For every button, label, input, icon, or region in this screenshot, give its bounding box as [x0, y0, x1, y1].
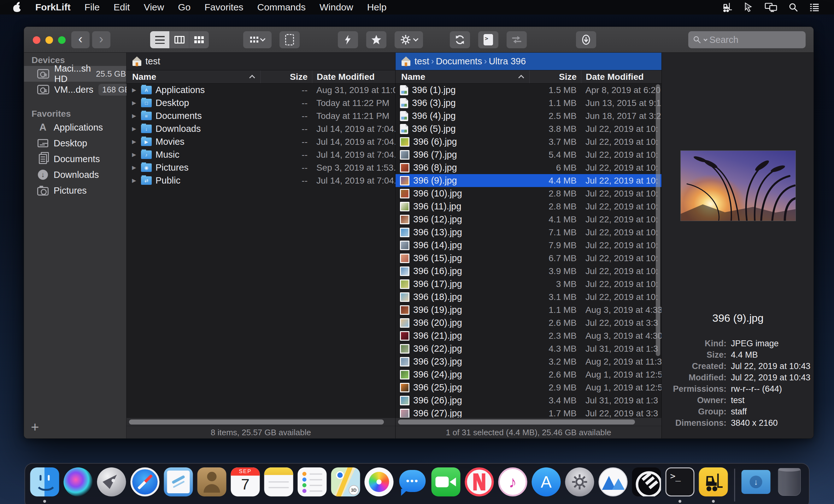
path-segment[interactable]: test	[146, 56, 160, 67]
menu-list-icon[interactable]	[809, 2, 820, 13]
column-header-size[interactable]: Size	[260, 70, 312, 83]
dock-downloads-folder[interactable]: ↓	[742, 467, 771, 504]
file-row[interactable]: 396 (9).jpg4.4 MBJul 22, 2019 at 10:	[396, 174, 661, 187]
dock-reminders[interactable]	[298, 467, 327, 504]
transfer-button[interactable]	[507, 31, 527, 48]
sync-button[interactable]	[450, 31, 470, 48]
file-row[interactable]: ▶□Desktop--Today at 11:22 PM	[127, 96, 395, 109]
menu-item-window[interactable]: Window	[320, 2, 353, 13]
sidebar-item-vm-ders[interactable]: VM...ders168 GB	[24, 82, 126, 97]
file-row[interactable]: ▶AApplications--Aug 31, 2019 at 11:0...	[127, 84, 395, 96]
disclosure-triangle-icon[interactable]: ▶	[131, 151, 137, 158]
disclosure-triangle-icon[interactable]: ▶	[131, 138, 137, 145]
dock-finder[interactable]	[30, 467, 59, 504]
terminal-button[interactable]: >	[478, 31, 498, 48]
back-button[interactable]: ‹	[71, 31, 90, 48]
file-row[interactable]: 396 (18).jpg3.1 MBJul 22, 2019 at 10:	[396, 290, 661, 303]
column-header-name[interactable]: Name	[127, 70, 260, 83]
file-row[interactable]: 396 (22).jpg4.3 MBJul 31, 2019 at 1:3	[396, 342, 661, 355]
dock-mountain-app[interactable]	[599, 467, 628, 504]
column-header-date[interactable]: Date Modified	[581, 70, 661, 83]
sidebar-item-downloads[interactable]: ↓Downloads	[24, 167, 126, 183]
file-row[interactable]: 396 (11).jpg2.8 MBJul 22, 2019 at 10:	[396, 200, 661, 213]
cursor-menu-icon[interactable]	[743, 2, 754, 13]
file-row[interactable]: 396 (21).jpg2.3 MBAug 3, 2019 at 4:30	[396, 329, 661, 342]
displays-menu-icon[interactable]	[764, 2, 778, 13]
dock-trash[interactable]	[775, 467, 804, 504]
download-button[interactable]	[576, 31, 596, 48]
dock-bolt-app[interactable]	[632, 467, 661, 504]
apple-menu-icon[interactable]	[13, 2, 21, 12]
path-segment-ultra-396[interactable]: Ultra 396	[489, 56, 526, 67]
zoom-button[interactable]	[58, 36, 66, 44]
file-row[interactable]: 396 (13).jpg7.1 MBJul 22, 2019 at 10:	[396, 226, 661, 239]
file-row[interactable]: 396 (15).jpg6.7 MBJul 22, 2019 at 10:	[396, 252, 661, 265]
left-path-bar[interactable]: test	[127, 53, 395, 70]
disclosure-triangle-icon[interactable]: ▶	[131, 177, 137, 184]
close-button[interactable]	[33, 36, 40, 44]
sidebar-item-applications[interactable]: AApplications	[24, 119, 126, 135]
menu-item-commands[interactable]: Commands	[257, 2, 306, 13]
scrollbar-thumb[interactable]	[398, 419, 635, 424]
file-row[interactable]: 396 (10).jpg2.8 MBJul 22, 2019 at 10:	[396, 187, 661, 200]
file-row[interactable]: ▶◉Pictures--Sep 3, 2019 at 1:53...	[127, 161, 395, 174]
column-view-button[interactable]	[170, 31, 189, 48]
column-header-name[interactable]: Name	[396, 70, 529, 83]
file-row[interactable]: 396 (12).jpg4.1 MBJul 22, 2019 at 10:	[396, 213, 661, 226]
search-input[interactable]	[709, 35, 801, 45]
dock-news[interactable]	[465, 467, 494, 504]
dock-contacts[interactable]	[197, 467, 226, 504]
column-header-date[interactable]: Date Modified	[312, 70, 395, 83]
dock-itunes[interactable]: ♪	[498, 467, 527, 504]
file-row[interactable]: 396 (1).jpg1.5 MBApr 8, 2019 at 6:20	[396, 84, 661, 96]
dock-safari[interactable]	[131, 467, 160, 504]
disclosure-triangle-icon[interactable]: ▶	[131, 100, 137, 106]
menu-item-favorites[interactable]: Favorites	[204, 2, 243, 13]
icon-view-button[interactable]	[189, 31, 209, 48]
file-row[interactable]: 396 (3).jpg1.1 MBJun 13, 2015 at 9:1	[396, 96, 661, 109]
minimize-button[interactable]	[45, 36, 53, 44]
sidebar-item-pictures[interactable]: Pictures	[24, 183, 126, 198]
right-path-bar[interactable]: test›Documents›Ultra 396	[396, 53, 661, 70]
file-row[interactable]: 396 (7).jpg5.4 MBJul 22, 2019 at 10:	[396, 148, 661, 161]
sidebar-item-documents[interactable]: Documents	[24, 151, 126, 167]
file-row[interactable]: 396 (5).jpg3.8 MBJul 22, 2019 at 10:	[396, 123, 661, 135]
dock-siri[interactable]	[64, 467, 93, 504]
dock-launchpad[interactable]	[97, 467, 126, 504]
file-row[interactable]: 396 (26).jpg3.4 MBJul 31, 2019 at 1:3	[396, 394, 661, 407]
path-segment-test[interactable]: test	[415, 56, 429, 67]
arrange-menu-button[interactable]	[243, 31, 271, 48]
file-row[interactable]: 396 (20).jpg2.6 MBJul 22, 2019 at 3:3	[396, 316, 661, 329]
file-row[interactable]: 396 (27).jpg1.7 MBJul 22, 2019 at 3:3	[396, 407, 661, 418]
sidebar-item-maci-sh-hd[interactable]: Maci...sh HD25.5 GB	[24, 66, 126, 82]
file-row[interactable]: ▶≡Documents--Today at 11:21 PM	[127, 109, 395, 123]
file-row[interactable]: ▶▶Movies--Jul 14, 2019 at 7:04...	[127, 135, 395, 148]
dock-mail[interactable]	[164, 467, 193, 504]
dock-app-store[interactable]: A	[532, 467, 561, 504]
dock-forklift[interactable]	[699, 467, 728, 504]
file-row[interactable]: 396 (16).jpg3.9 MBJul 22, 2019 at 10:	[396, 265, 661, 278]
dock-photos[interactable]	[365, 467, 394, 504]
sidebar-item-desktop[interactable]: Desktop	[24, 135, 126, 151]
favorites-star-button[interactable]	[366, 31, 387, 48]
file-row[interactable]: 396 (25).jpg2.9 MBAug 1, 2019 at 12:5	[396, 381, 661, 394]
actions-gear-button[interactable]	[395, 31, 423, 48]
menu-item-view[interactable]: View	[144, 2, 164, 13]
menu-item-edit[interactable]: Edit	[113, 2, 130, 13]
file-row[interactable]: ▶⇄Public--Jul 14, 2019 at 7:04...	[127, 174, 395, 187]
spotlight-search-icon[interactable]	[788, 2, 799, 13]
file-row[interactable]: ▶↓Downloads--Jul 14, 2019 at 7:04...	[127, 123, 395, 135]
menu-item-file[interactable]: File	[85, 2, 100, 13]
dock-system-preferences[interactable]	[565, 467, 594, 504]
vertical-scrollbar-thumb[interactable]	[656, 84, 660, 356]
scrollbar-thumb[interactable]	[129, 419, 384, 424]
dock-calendar[interactable]: SEP7	[231, 467, 260, 504]
dock-messages[interactable]: •••	[398, 467, 427, 504]
add-favorite-button[interactable]: +	[31, 420, 39, 434]
file-row[interactable]: 396 (6).jpg3.7 MBJul 22, 2019 at 10:	[396, 135, 661, 148]
file-row[interactable]: 396 (4).jpg2.5 MBJun 18, 2017 at 3:2	[396, 109, 661, 123]
select-button[interactable]	[280, 31, 300, 48]
search-scope-chevron-icon[interactable]	[703, 37, 707, 41]
file-row[interactable]: 396 (19).jpg1.1 MBAug 3, 2019 at 4:33	[396, 303, 661, 316]
file-row[interactable]: ▶♪Music--Jul 14, 2019 at 7:04...	[127, 148, 395, 161]
